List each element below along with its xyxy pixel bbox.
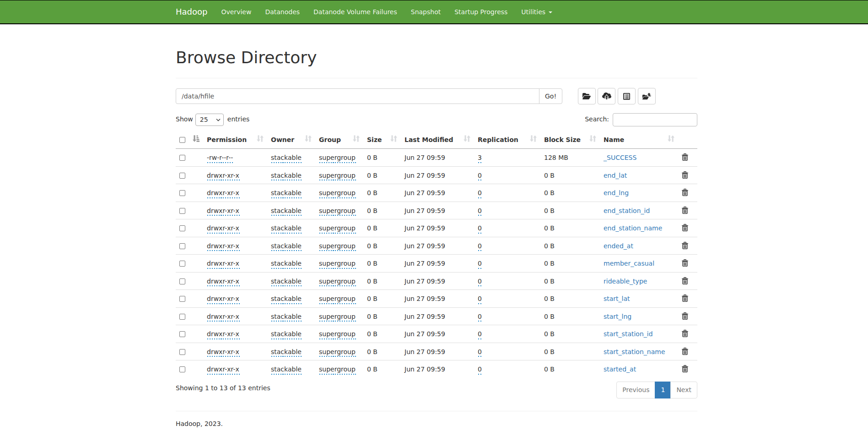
permission-value[interactable]: -rw-r--r-- bbox=[207, 154, 233, 161]
permission-value[interactable]: drwxr-xr-x bbox=[207, 313, 239, 320]
file-link[interactable]: start_station_name bbox=[604, 348, 665, 355]
permission-value[interactable]: drwxr-xr-x bbox=[207, 207, 239, 214]
sort-amount-icon[interactable] bbox=[193, 135, 199, 145]
group-value[interactable]: supergroup bbox=[319, 189, 356, 196]
replication-value[interactable]: 3 bbox=[478, 154, 482, 161]
file-link[interactable]: end_lat bbox=[604, 172, 627, 179]
group-value[interactable]: supergroup bbox=[319, 224, 356, 232]
select-all-checkbox[interactable] bbox=[179, 137, 185, 143]
row-checkbox[interactable] bbox=[179, 314, 185, 320]
row-checkbox[interactable] bbox=[179, 208, 185, 214]
file-link[interactable]: ended_at bbox=[604, 242, 633, 250]
replication-value[interactable]: 0 bbox=[478, 224, 482, 232]
nav-item-snapshot[interactable]: Snapshot bbox=[404, 0, 447, 23]
replication-value[interactable]: 0 bbox=[478, 366, 482, 373]
owner-value[interactable]: stackable bbox=[271, 189, 302, 196]
sort-icon[interactable] bbox=[353, 135, 360, 145]
sort-icon[interactable] bbox=[390, 135, 397, 145]
delete-button[interactable] bbox=[682, 171, 688, 179]
row-checkbox[interactable] bbox=[179, 261, 185, 267]
delete-button[interactable] bbox=[682, 312, 688, 320]
owner-value[interactable]: stackable bbox=[271, 278, 302, 285]
column-header-size[interactable]: Size bbox=[363, 132, 401, 148]
row-checkbox[interactable] bbox=[179, 173, 185, 179]
replication-value[interactable]: 0 bbox=[478, 348, 482, 355]
delete-button[interactable] bbox=[682, 207, 688, 214]
search-input[interactable] bbox=[613, 113, 697, 126]
owner-value[interactable]: stackable bbox=[271, 172, 302, 179]
group-value[interactable]: supergroup bbox=[319, 295, 356, 302]
replication-value[interactable]: 0 bbox=[478, 242, 482, 250]
column-header-group[interactable]: Group bbox=[315, 132, 363, 148]
navbar-brand[interactable]: Hadoop bbox=[176, 0, 207, 23]
file-link[interactable]: _SUCCESS bbox=[604, 154, 636, 161]
nav-item-utilities[interactable]: Utilities bbox=[514, 0, 559, 23]
group-value[interactable]: supergroup bbox=[319, 313, 356, 320]
sort-icon[interactable] bbox=[668, 135, 674, 145]
owner-value[interactable]: stackable bbox=[271, 154, 302, 161]
group-value[interactable]: supergroup bbox=[319, 207, 356, 214]
create-folder-button[interactable] bbox=[638, 88, 656, 104]
permission-value[interactable]: drwxr-xr-x bbox=[207, 278, 239, 285]
owner-value[interactable]: stackable bbox=[271, 313, 302, 320]
file-link[interactable]: member_casual bbox=[604, 260, 654, 267]
delete-button[interactable] bbox=[682, 277, 688, 285]
row-checkbox[interactable] bbox=[179, 296, 185, 302]
list-view-button[interactable] bbox=[618, 88, 636, 104]
nav-item-datanodes[interactable]: Datanodes bbox=[258, 0, 307, 23]
owner-value[interactable]: stackable bbox=[271, 366, 302, 373]
file-link[interactable]: end_station_id bbox=[604, 207, 650, 214]
replication-value[interactable]: 0 bbox=[478, 207, 482, 214]
column-header-block-size[interactable]: Block Size bbox=[540, 132, 600, 148]
permission-value[interactable]: drwxr-xr-x bbox=[207, 330, 239, 338]
replication-value[interactable]: 0 bbox=[478, 172, 482, 179]
path-input[interactable] bbox=[176, 88, 539, 104]
group-value[interactable]: supergroup bbox=[319, 330, 356, 338]
nav-item-datanode-volume-failures[interactable]: Datanode Volume Failures bbox=[307, 0, 404, 23]
column-header-last-modified[interactable]: Last Modified bbox=[401, 132, 474, 148]
row-checkbox[interactable] bbox=[179, 278, 185, 284]
nav-item-overview[interactable]: Overview bbox=[214, 0, 258, 23]
file-link[interactable]: end_station_name bbox=[604, 224, 662, 232]
sort-icon[interactable] bbox=[464, 135, 470, 145]
group-value[interactable]: supergroup bbox=[319, 260, 356, 267]
permission-value[interactable]: drwxr-xr-x bbox=[207, 295, 239, 302]
column-header-owner[interactable]: Owner bbox=[267, 132, 315, 148]
replication-value[interactable]: 0 bbox=[478, 260, 482, 267]
row-checkbox[interactable] bbox=[179, 225, 185, 231]
delete-button[interactable] bbox=[682, 365, 688, 373]
replication-value[interactable]: 0 bbox=[478, 189, 482, 196]
delete-button[interactable] bbox=[682, 189, 688, 196]
sort-icon[interactable] bbox=[305, 135, 312, 145]
delete-button[interactable] bbox=[682, 295, 688, 302]
file-link[interactable]: end_lng bbox=[604, 189, 629, 196]
nav-item-startup-progress[interactable]: Startup Progress bbox=[447, 0, 514, 23]
permission-value[interactable]: drwxr-xr-x bbox=[207, 260, 239, 267]
permission-value[interactable]: drwxr-xr-x bbox=[207, 366, 239, 373]
owner-value[interactable]: stackable bbox=[271, 242, 302, 250]
row-checkbox[interactable] bbox=[179, 155, 185, 161]
row-checkbox[interactable] bbox=[179, 331, 185, 337]
owner-value[interactable]: stackable bbox=[271, 224, 302, 232]
sort-icon[interactable] bbox=[257, 135, 264, 145]
delete-button[interactable] bbox=[682, 224, 688, 232]
permission-value[interactable]: drwxr-xr-x bbox=[207, 348, 239, 355]
go-button[interactable]: Go! bbox=[539, 88, 562, 104]
owner-value[interactable]: stackable bbox=[271, 330, 302, 338]
permission-value[interactable]: drwxr-xr-x bbox=[207, 172, 239, 179]
delete-button[interactable] bbox=[682, 348, 688, 355]
owner-value[interactable]: stackable bbox=[271, 295, 302, 302]
group-value[interactable]: supergroup bbox=[319, 172, 356, 179]
file-link[interactable]: start_lat bbox=[604, 295, 630, 302]
group-value[interactable]: supergroup bbox=[319, 366, 356, 373]
replication-value[interactable]: 0 bbox=[478, 295, 482, 302]
permission-value[interactable]: drwxr-xr-x bbox=[207, 224, 239, 232]
column-header-permission[interactable]: Permission bbox=[203, 132, 267, 148]
replication-value[interactable]: 0 bbox=[478, 278, 482, 285]
row-checkbox[interactable] bbox=[179, 243, 185, 249]
column-header-name[interactable]: Name bbox=[600, 132, 678, 148]
group-value[interactable]: supergroup bbox=[319, 348, 356, 355]
permission-value[interactable]: drwxr-xr-x bbox=[207, 189, 239, 196]
file-link[interactable]: start_station_id bbox=[604, 330, 653, 338]
replication-value[interactable]: 0 bbox=[478, 313, 482, 320]
